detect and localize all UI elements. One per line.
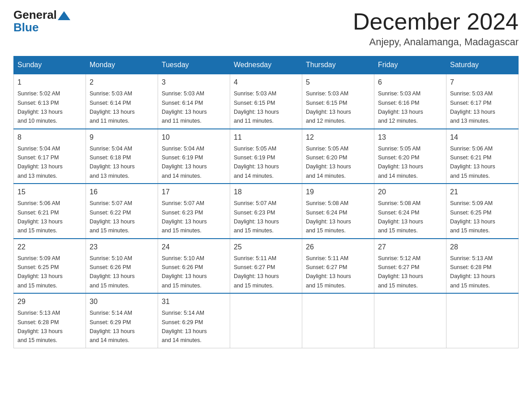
day-info: Sunrise: 5:11 AMSunset: 6:27 PMDaylight:… <box>234 255 279 289</box>
title-area: December 2024 Anjepy, Analamanga, Madaga… <box>353 9 519 48</box>
day-number: 10 <box>162 132 226 143</box>
day-info: Sunrise: 5:10 AMSunset: 6:26 PMDaylight:… <box>162 255 207 289</box>
calendar-cell: 20 Sunrise: 5:08 AMSunset: 6:24 PMDaylig… <box>374 184 446 239</box>
calendar-cell: 5 Sunrise: 5:03 AMSunset: 6:15 PMDayligh… <box>302 74 374 129</box>
day-number: 28 <box>450 242 515 253</box>
calendar-cell: 4 Sunrise: 5:03 AMSunset: 6:15 PMDayligh… <box>230 74 302 129</box>
calendar-week-row: 1 Sunrise: 5:02 AMSunset: 6:13 PMDayligh… <box>14 74 519 129</box>
day-number: 26 <box>306 242 370 253</box>
calendar-cell <box>302 293 374 348</box>
day-number: 4 <box>234 77 298 88</box>
calendar-cell: 30 Sunrise: 5:14 AMSunset: 6:29 PMDaylig… <box>86 293 158 348</box>
day-number: 6 <box>378 77 442 88</box>
day-info: Sunrise: 5:03 AMSunset: 6:14 PMDaylight:… <box>90 90 135 124</box>
day-number: 11 <box>234 132 298 143</box>
day-info: Sunrise: 5:05 AMSunset: 6:19 PMDaylight:… <box>234 146 279 179</box>
calendar-cell <box>230 293 302 348</box>
calendar-cell: 6 Sunrise: 5:03 AMSunset: 6:16 PMDayligh… <box>374 74 446 129</box>
header: General Blue December 2024 Anjepy, Anala… <box>13 9 519 48</box>
weekday-header-saturday: Saturday <box>446 56 519 74</box>
calendar-cell: 9 Sunrise: 5:04 AMSunset: 6:18 PMDayligh… <box>86 129 158 184</box>
calendar-cell: 24 Sunrise: 5:10 AMSunset: 6:26 PMDaylig… <box>158 239 230 294</box>
day-info: Sunrise: 5:09 AMSunset: 6:25 PMDaylight:… <box>450 200 495 234</box>
weekday-header-wednesday: Wednesday <box>230 56 302 74</box>
day-number: 29 <box>17 296 82 307</box>
day-info: Sunrise: 5:03 AMSunset: 6:16 PMDaylight:… <box>378 90 423 124</box>
calendar-cell: 15 Sunrise: 5:06 AMSunset: 6:21 PMDaylig… <box>14 184 86 239</box>
day-info: Sunrise: 5:08 AMSunset: 6:24 PMDaylight:… <box>306 200 351 234</box>
calendar-cell: 31 Sunrise: 5:14 AMSunset: 6:29 PMDaylig… <box>158 293 230 348</box>
day-info: Sunrise: 5:03 AMSunset: 6:15 PMDaylight:… <box>234 90 279 124</box>
day-number: 24 <box>162 242 226 253</box>
calendar-week-row: 15 Sunrise: 5:06 AMSunset: 6:21 PMDaylig… <box>14 184 519 239</box>
calendar-week-row: 22 Sunrise: 5:09 AMSunset: 6:25 PMDaylig… <box>14 239 519 294</box>
calendar-week-row: 8 Sunrise: 5:04 AMSunset: 6:17 PMDayligh… <box>14 129 519 184</box>
calendar-cell: 26 Sunrise: 5:11 AMSunset: 6:27 PMDaylig… <box>302 239 374 294</box>
calendar-cell: 17 Sunrise: 5:07 AMSunset: 6:23 PMDaylig… <box>158 184 230 239</box>
day-info: Sunrise: 5:07 AMSunset: 6:23 PMDaylight:… <box>162 200 207 234</box>
day-info: Sunrise: 5:14 AMSunset: 6:29 PMDaylight:… <box>162 310 207 343</box>
day-number: 13 <box>378 132 442 143</box>
day-number: 15 <box>17 187 82 197</box>
day-number: 25 <box>234 242 298 253</box>
day-number: 18 <box>234 187 298 197</box>
day-number: 9 <box>90 132 154 143</box>
day-info: Sunrise: 5:11 AMSunset: 6:27 PMDaylight:… <box>306 255 351 289</box>
day-number: 12 <box>306 132 370 143</box>
day-info: Sunrise: 5:14 AMSunset: 6:29 PMDaylight:… <box>90 310 135 343</box>
day-info: Sunrise: 5:07 AMSunset: 6:23 PMDaylight:… <box>234 200 279 234</box>
calendar-cell: 13 Sunrise: 5:05 AMSunset: 6:20 PMDaylig… <box>374 129 446 184</box>
day-number: 1 <box>17 77 82 88</box>
weekday-header-sunday: Sunday <box>14 56 86 74</box>
day-info: Sunrise: 5:07 AMSunset: 6:22 PMDaylight:… <box>90 200 135 234</box>
calendar-cell: 22 Sunrise: 5:09 AMSunset: 6:25 PMDaylig… <box>14 239 86 294</box>
calendar-cell: 2 Sunrise: 5:03 AMSunset: 6:14 PMDayligh… <box>86 74 158 129</box>
month-title: December 2024 <box>353 9 519 34</box>
day-info: Sunrise: 5:12 AMSunset: 6:27 PMDaylight:… <box>378 255 423 289</box>
day-number: 31 <box>162 296 226 307</box>
day-info: Sunrise: 5:04 AMSunset: 6:19 PMDaylight:… <box>162 146 207 179</box>
day-info: Sunrise: 5:05 AMSunset: 6:20 PMDaylight:… <box>306 146 351 179</box>
day-info: Sunrise: 5:04 AMSunset: 6:17 PMDaylight:… <box>17 146 63 179</box>
day-number: 3 <box>162 77 226 88</box>
calendar-week-row: 29 Sunrise: 5:13 AMSunset: 6:28 PMDaylig… <box>14 293 519 348</box>
calendar-cell <box>374 293 446 348</box>
day-info: Sunrise: 5:05 AMSunset: 6:20 PMDaylight:… <box>378 146 423 179</box>
day-info: Sunrise: 5:06 AMSunset: 6:21 PMDaylight:… <box>450 146 495 179</box>
calendar-table: SundayMondayTuesdayWednesdayThursdayFrid… <box>13 56 519 348</box>
day-number: 22 <box>17 242 82 253</box>
calendar-cell: 21 Sunrise: 5:09 AMSunset: 6:25 PMDaylig… <box>446 184 519 239</box>
calendar-cell: 3 Sunrise: 5:03 AMSunset: 6:14 PMDayligh… <box>158 74 230 129</box>
calendar-cell: 28 Sunrise: 5:13 AMSunset: 6:28 PMDaylig… <box>446 239 519 294</box>
calendar-cell: 12 Sunrise: 5:05 AMSunset: 6:20 PMDaylig… <box>302 129 374 184</box>
day-info: Sunrise: 5:03 AMSunset: 6:17 PMDaylight:… <box>450 90 495 124</box>
calendar-cell: 14 Sunrise: 5:06 AMSunset: 6:21 PMDaylig… <box>446 129 519 184</box>
day-info: Sunrise: 5:02 AMSunset: 6:13 PMDaylight:… <box>17 90 63 124</box>
day-info: Sunrise: 5:13 AMSunset: 6:28 PMDaylight:… <box>17 310 63 343</box>
day-number: 27 <box>378 242 442 253</box>
logo-area: General Blue <box>13 9 71 34</box>
day-info: Sunrise: 5:06 AMSunset: 6:21 PMDaylight:… <box>17 200 63 234</box>
logo-triangle-icon <box>58 11 70 20</box>
logo: General <box>13 9 71 21</box>
day-number: 14 <box>450 132 515 143</box>
calendar-cell: 10 Sunrise: 5:04 AMSunset: 6:19 PMDaylig… <box>158 129 230 184</box>
weekday-header-monday: Monday <box>86 56 158 74</box>
logo-general: General <box>13 9 57 21</box>
weekday-header-tuesday: Tuesday <box>158 56 230 74</box>
calendar-cell: 16 Sunrise: 5:07 AMSunset: 6:22 PMDaylig… <box>86 184 158 239</box>
day-info: Sunrise: 5:10 AMSunset: 6:26 PMDaylight:… <box>90 255 135 289</box>
calendar-cell: 19 Sunrise: 5:08 AMSunset: 6:24 PMDaylig… <box>302 184 374 239</box>
location-title: Anjepy, Analamanga, Madagascar <box>353 36 519 48</box>
day-info: Sunrise: 5:09 AMSunset: 6:25 PMDaylight:… <box>17 255 63 289</box>
day-number: 2 <box>90 77 154 88</box>
day-info: Sunrise: 5:03 AMSunset: 6:15 PMDaylight:… <box>306 90 351 124</box>
calendar-cell: 25 Sunrise: 5:11 AMSunset: 6:27 PMDaylig… <box>230 239 302 294</box>
calendar-cell: 27 Sunrise: 5:12 AMSunset: 6:27 PMDaylig… <box>374 239 446 294</box>
day-number: 5 <box>306 77 370 88</box>
calendar-cell: 23 Sunrise: 5:10 AMSunset: 6:26 PMDaylig… <box>86 239 158 294</box>
day-number: 17 <box>162 187 226 197</box>
day-info: Sunrise: 5:13 AMSunset: 6:28 PMDaylight:… <box>450 255 495 289</box>
calendar-cell: 8 Sunrise: 5:04 AMSunset: 6:17 PMDayligh… <box>14 129 86 184</box>
calendar-cell: 29 Sunrise: 5:13 AMSunset: 6:28 PMDaylig… <box>14 293 86 348</box>
